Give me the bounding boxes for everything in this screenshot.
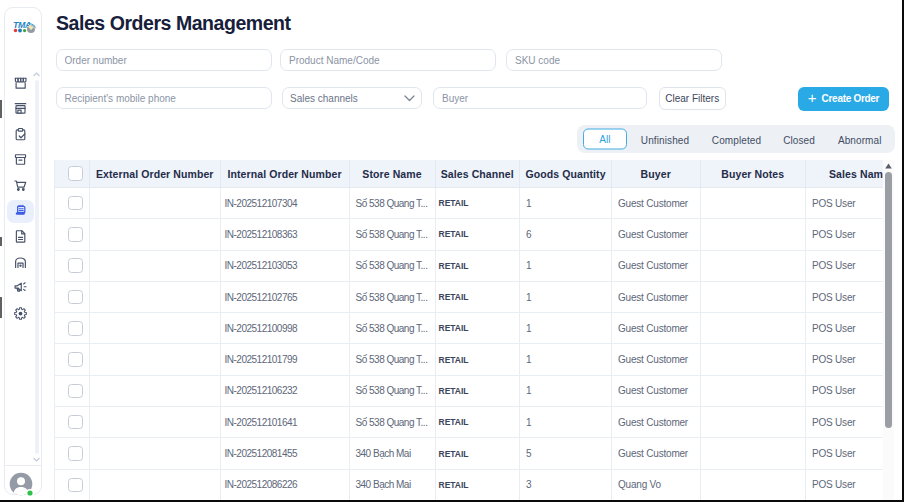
cell-goods-quantity: 1: [519, 313, 611, 343]
row-checkbox-cell: [54, 251, 89, 281]
kiosk-icon: [13, 101, 28, 116]
cell-store-name: Số 538 Quang T...: [349, 251, 435, 281]
plus-icon: +: [808, 90, 817, 105]
cell-store-name: 340 Bạch Mai: [349, 438, 435, 468]
cell-external-order-number: [89, 219, 220, 249]
cell-external-order-number: [89, 313, 220, 343]
cell-goods-quantity: 3: [519, 470, 611, 500]
cell-external-order-number: [89, 188, 220, 218]
cell-sales-channel: RETAIL: [435, 313, 520, 343]
cell-buyer: Guest Customer: [611, 407, 700, 437]
table-header-row: External Order Number Internal Order Num…: [54, 160, 883, 188]
sidebar-item-inventory[interactable]: [7, 148, 34, 172]
status-tabs: All Unfinished Completed Closed Abnormal: [577, 125, 895, 153]
cell-store-name: Số 538 Quang T...: [349, 376, 435, 406]
product-name-input[interactable]: [280, 49, 496, 71]
tab-closed[interactable]: Closed: [783, 135, 815, 146]
cell-sales-channel: RETAIL: [435, 438, 520, 468]
archive-box-icon: [13, 152, 28, 167]
cell-sales-name: POS User: [805, 282, 883, 312]
tab-completed[interactable]: Completed: [712, 135, 761, 146]
row-checkbox[interactable]: [68, 415, 83, 430]
cart-icon: [13, 178, 28, 193]
sidebar-item-tasks[interactable]: [7, 122, 34, 146]
sidebar-scrollbar[interactable]: [35, 80, 39, 454]
table-body: IN-202512107304 Số 538 Quang T... RETAIL…: [54, 188, 883, 500]
sidebar-item-orders[interactable]: [7, 200, 34, 223]
document-icon: [13, 229, 28, 244]
chevron-down-icon: [404, 95, 415, 102]
cell-buyer: Guest Customer: [611, 313, 700, 343]
cell-sales-name: POS User: [805, 188, 883, 218]
cell-internal-order-number: IN-202512107304: [220, 188, 349, 218]
table-scrollbar[interactable]: [883, 160, 894, 500]
sidebar-scroll-up-icon[interactable]: [33, 72, 40, 77]
col-sales-name: Sales Name: [805, 160, 883, 187]
tab-all[interactable]: All: [583, 129, 627, 150]
order-number-input[interactable]: [56, 49, 273, 71]
sales-channels-select[interactable]: Sales channels: [282, 87, 423, 109]
cell-external-order-number: [89, 376, 220, 406]
tab-unfinished[interactable]: Unfinished: [641, 135, 689, 146]
row-checkbox-cell: [54, 282, 89, 312]
sidebar-item-marketing[interactable]: [7, 276, 34, 300]
table-row: IN-202512103053 Số 538 Quang T... RETAIL…: [54, 251, 883, 282]
gear-icon: [13, 306, 28, 321]
cell-buyer-notes: [700, 188, 806, 218]
cell-buyer: Guest Customer: [611, 219, 700, 249]
table-row: IN-202512101641 Số 538 Quang T... RETAIL…: [54, 407, 883, 438]
sidebar-item-purchases[interactable]: [7, 173, 34, 197]
cell-store-name: 340 Bạch Mai: [349, 470, 435, 500]
cell-buyer-notes: [700, 407, 806, 437]
row-checkbox[interactable]: [68, 478, 83, 493]
cell-buyer: Guest Customer: [611, 376, 700, 406]
user-avatar[interactable]: [9, 472, 34, 497]
row-checkbox[interactable]: [68, 384, 83, 399]
online-status-dot: [27, 490, 34, 497]
sidebar-item-documents[interactable]: [7, 225, 34, 249]
clear-filters-button[interactable]: Clear Filters: [659, 87, 727, 110]
cell-goods-quantity: 1: [519, 344, 611, 374]
col-store-name: Store Name: [349, 160, 435, 187]
row-checkbox[interactable]: [68, 227, 83, 242]
tab-abnormal[interactable]: Abnormal: [838, 135, 882, 146]
sidebar-item-warehouse[interactable]: [7, 250, 34, 274]
select-all-checkbox[interactable]: [68, 166, 83, 181]
cell-internal-order-number: IN-202512103053: [220, 251, 349, 281]
row-checkbox[interactable]: [68, 446, 83, 461]
cell-internal-order-number: IN-202512081455: [220, 438, 349, 468]
scroll-up-arrow-icon[interactable]: [885, 163, 892, 169]
cell-store-name: Số 538 Quang T...: [349, 282, 435, 312]
cell-buyer-notes: [700, 219, 806, 249]
row-checkbox-cell: [54, 313, 89, 343]
cell-buyer: Guest Customer: [611, 438, 700, 468]
row-checkbox-cell: [54, 470, 89, 500]
row-checkbox[interactable]: [68, 196, 83, 211]
sku-code-input[interactable]: [506, 49, 722, 71]
cell-buyer: Guest Customer: [611, 251, 700, 281]
row-checkbox-cell: [54, 376, 89, 406]
table-scrollbar-thumb[interactable]: [885, 172, 892, 428]
create-order-button[interactable]: +Create Order: [798, 87, 889, 111]
row-checkbox[interactable]: [68, 321, 83, 336]
sidebar-scroll-down-icon[interactable]: [33, 457, 40, 462]
col-buyer: Buyer: [611, 160, 700, 187]
cell-buyer: Quang Vo: [611, 470, 700, 500]
table-row: IN-202512081455 340 Bạch Mai RETAIL 5 Gu…: [54, 438, 883, 469]
cell-buyer: Guest Customer: [611, 344, 700, 374]
buyer-input[interactable]: [433, 87, 647, 109]
cell-store-name: Số 538 Quang T...: [349, 407, 435, 437]
row-checkbox[interactable]: [68, 258, 83, 273]
col-sales-channel: Sales Channel: [435, 160, 520, 187]
sidebar-item-settings[interactable]: [7, 301, 34, 325]
cell-internal-order-number: IN-202512108363: [220, 219, 349, 249]
sidebar-item-kiosk[interactable]: [7, 97, 34, 121]
cell-sales-name: POS User: [805, 251, 883, 281]
cell-store-name: Số 538 Quang T...: [349, 188, 435, 218]
row-checkbox[interactable]: [68, 290, 83, 305]
cell-buyer-notes: [700, 251, 806, 281]
row-checkbox[interactable]: [68, 352, 83, 367]
recipient-phone-input[interactable]: [56, 87, 273, 109]
cell-internal-order-number: IN-202512101641: [220, 407, 349, 437]
sidebar-item-storefront[interactable]: [7, 71, 34, 95]
